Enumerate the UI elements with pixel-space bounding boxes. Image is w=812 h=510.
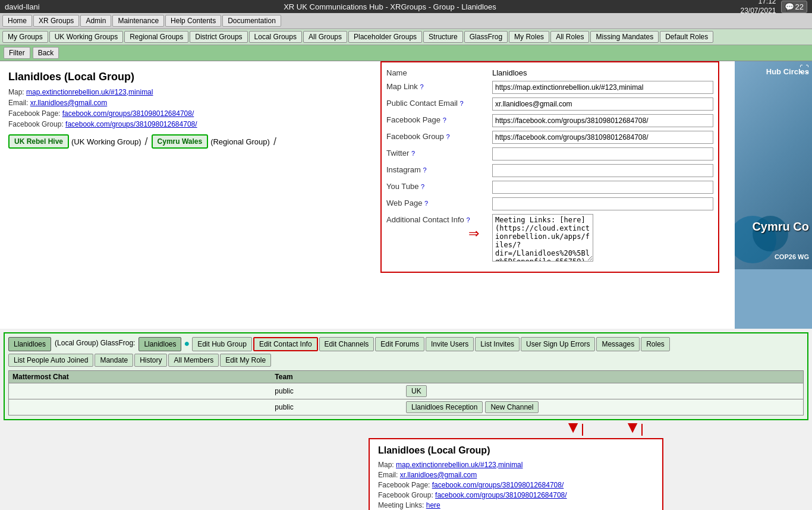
nav-local-groups[interactable]: Local Groups (249, 31, 302, 43)
cop26-label: COP26 WG (775, 253, 809, 260)
form-row-twitter: Twitter ? (386, 147, 713, 160)
nav-regional-groups[interactable]: Regional Groups (124, 31, 188, 43)
contact-form: Name Llanidloes Map Link ? Public Contac… (380, 61, 719, 273)
preview-meeting-link[interactable]: here (426, 501, 440, 509)
youtube-help[interactable]: ? (421, 183, 424, 190)
nav-all-roles[interactable]: All Roles (550, 31, 589, 43)
map-link[interactable]: map.extinctionrebellion.uk/#123,minimal (26, 88, 153, 96)
fb-group-link[interactable]: facebook.com/groups/381098012684708/ (65, 120, 197, 128)
instagram-input[interactable] (492, 164, 713, 177)
tab-list-people-auto-joined[interactable]: List People Auto Joined (8, 354, 93, 367)
fbgroup-form-label: Facebook Group ? (386, 131, 487, 141)
table-row-2: public Llanidloes Reception New Channel (8, 399, 804, 415)
cymru-wales-btn[interactable]: Cymru Wales (152, 134, 209, 149)
maplink-label: Map Link ? (386, 81, 487, 91)
nav-help[interactable]: Help Contents (165, 15, 221, 27)
nav-maintenance[interactable]: Maintenance (112, 15, 164, 27)
webpage-input[interactable] (492, 197, 713, 210)
preview-fb-group-link[interactable]: facebook.com/groups/381098012684708/ (435, 491, 567, 499)
email-input[interactable] (492, 97, 713, 111)
nav-documentation[interactable]: Documentation (222, 15, 281, 27)
twitter-input[interactable] (492, 147, 713, 160)
tab-edit-hub-group[interactable]: Edit Hub Group (192, 337, 252, 351)
tab-roles[interactable]: Roles (641, 337, 670, 351)
additional-textarea[interactable]: Meeting Links: [here] (https://cloud.ext… (492, 214, 593, 262)
tab-history[interactable]: History (134, 354, 167, 367)
email-help[interactable]: ? (460, 100, 464, 107)
nav-default-roles[interactable]: Default Roles (660, 31, 713, 43)
nav-structure[interactable]: Structure (423, 31, 463, 43)
main-nav: Home XR Groups Admin Maintenance Help Co… (0, 13, 812, 29)
email-link[interactable]: xr.llanidloes@gmail.com (30, 99, 108, 107)
fbgroup-input[interactable] (492, 131, 713, 144)
nav-xr-groups[interactable]: XR Groups (33, 15, 79, 27)
annotation-spacer (0, 424, 812, 436)
nav-all-groups[interactable]: All Groups (303, 31, 347, 43)
titlebar-title: XR UK Communications Hub - XRGroups - Gr… (284, 2, 496, 11)
chat-count: 22 (795, 2, 804, 11)
fbpage-help[interactable]: ? (443, 117, 446, 124)
channel-buttons-2: Llanidloes Reception New Channel (406, 401, 800, 413)
tab-row-1: Llanidloes (Local Group) GlassFrog: Llan… (8, 337, 804, 351)
tab-messages[interactable]: Messages (596, 337, 640, 351)
nav-district-groups[interactable]: District Groups (190, 31, 247, 43)
back-button[interactable]: Back (33, 47, 59, 59)
fb-page-link[interactable]: facebook.com/groups/381098012684708/ (62, 109, 194, 118)
chat-icon[interactable]: 💬 22 (781, 1, 807, 13)
tab-invite-users[interactable]: Invite Users (426, 337, 474, 351)
nav-home[interactable]: Home (2, 15, 32, 27)
nav-placeholder-groups[interactable]: Placeholder Groups (348, 31, 422, 43)
tab-edit-my-role[interactable]: Edit My Role (220, 354, 271, 367)
webpage-help[interactable]: ? (424, 200, 428, 207)
separator1: / (145, 136, 148, 148)
map-image: Hub Circles ⛶ Cymru Co COP26 WG (735, 61, 812, 269)
fbgroup-help[interactable]: ? (446, 133, 449, 140)
tab-all-members[interactable]: All Members (168, 354, 219, 367)
llanidloes-reception-btn[interactable]: Llanidloes Reception (406, 401, 483, 413)
header-team: Team (275, 373, 406, 381)
tab-user-sign-up-errors[interactable]: User Sign Up Errors (521, 337, 595, 351)
twitter-form-label: Twitter ? (386, 147, 487, 158)
new-channel-btn[interactable]: New Channel (485, 401, 539, 413)
preview-email-link[interactable]: xr.llanidloes@gmail.com (400, 471, 477, 479)
nav-my-roles[interactable]: My Roles (509, 31, 549, 43)
twitter-help[interactable]: ? (411, 150, 415, 157)
nav-admin[interactable]: Admin (80, 15, 111, 27)
tab-row-2: List People Auto Joined Mandate History … (8, 354, 804, 367)
cyan-dot-icon: ● (182, 337, 191, 351)
bottom-section: Llanidloes (Local Group) GlassFrog: Llan… (4, 332, 808, 420)
nav-uk-working-groups[interactable]: UK Working Groups (49, 31, 123, 43)
fbpage-form-label: Facebook Page ? (386, 114, 487, 124)
name-label: Name (386, 67, 487, 77)
webpage-form-label: Web Page ? (386, 197, 487, 207)
youtube-input[interactable] (492, 181, 713, 194)
fb-page-label: Facebook Page: (8, 109, 62, 118)
tab-list-invites[interactable]: List Invites (475, 337, 520, 351)
additional-help[interactable]: ? (466, 216, 470, 223)
tab-edit-channels[interactable]: Edit Channels (319, 337, 374, 351)
maplink-input[interactable] (492, 81, 713, 94)
nav-glassfrog[interactable]: GlassFrog (464, 31, 508, 43)
instagram-help[interactable]: ? (423, 166, 426, 174)
tab-glassfrog-llanidloes[interactable]: Llanidloes (139, 337, 181, 351)
filter-button[interactable]: Filter (4, 47, 30, 59)
nav-missing-mandates[interactable]: Missing Mandates (590, 31, 659, 43)
tab-edit-forums[interactable]: Edit Forums (375, 337, 424, 351)
nav-my-groups[interactable]: My Groups (2, 31, 48, 43)
expand-icon[interactable]: ⛶ (800, 64, 809, 75)
uk-type-label: (UK Working Group) (71, 137, 141, 146)
maplink-help[interactable]: ? (420, 83, 423, 90)
form-row-fbgroup: Facebook Group ? (386, 131, 713, 144)
preview-map-link[interactable]: map.extinctionrebellion.uk/#123,minimal (396, 461, 523, 469)
fbpage-input[interactable] (492, 114, 713, 127)
preview-fb-page-link[interactable]: facebook.com/groups/381098012684708/ (432, 481, 564, 489)
channel-uk-btn[interactable]: UK (406, 385, 427, 397)
name-value: Llanidloes (492, 67, 713, 77)
tab-mandate[interactable]: Mandate (95, 354, 133, 367)
tab-edit-contact-info[interactable]: Edit Contact Info (253, 337, 318, 351)
titlebar-right: 17:1223/07/2021 💬 22 (740, 0, 807, 16)
preview-meeting: Meeting Links: here (378, 501, 654, 509)
uk-rebel-hive-btn[interactable]: UK Rebel Hive (8, 134, 69, 149)
tab-llanidloes[interactable]: Llanidloes (8, 337, 51, 351)
preview-email: Email: xr.llanidloes@gmail.com (378, 471, 654, 479)
